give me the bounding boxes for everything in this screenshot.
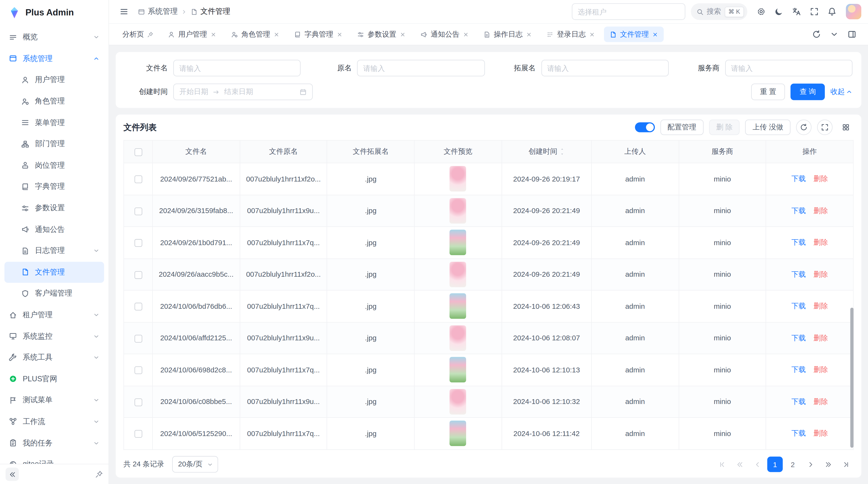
download-link[interactable]: 下载 <box>791 429 806 437</box>
sidebar-item-overview[interactable]: 概览 <box>4 27 104 48</box>
tab-file[interactable]: 文件管理 <box>604 27 664 42</box>
close-icon[interactable] <box>273 31 279 37</box>
content-layout-button[interactable] <box>844 26 860 43</box>
search-visibility-toggle[interactable] <box>635 122 655 132</box>
close-icon[interactable] <box>652 31 658 37</box>
tab-login-log[interactable]: 登录日志 <box>541 27 600 42</box>
upload-button[interactable]: 上传 没做 <box>745 120 790 135</box>
provider-input[interactable] <box>725 60 852 76</box>
download-link[interactable]: 下载 <box>791 302 806 310</box>
delete-link[interactable]: 删除 <box>813 270 828 278</box>
file-preview-thumbnail[interactable] <box>450 166 466 192</box>
delete-link[interactable]: 删除 <box>813 302 828 310</box>
row-checkbox[interactable] <box>134 271 142 279</box>
delete-link[interactable]: 删除 <box>813 206 828 215</box>
sidebar-item-notice[interactable]: 通知公告 <box>4 219 104 240</box>
collapse-search-link[interactable]: 收起 <box>830 87 852 97</box>
file-preview-thumbnail[interactable] <box>450 357 466 383</box>
file-preview-thumbnail[interactable] <box>450 325 466 351</box>
select-all-checkbox[interactable] <box>134 148 142 156</box>
breadcrumb-item-file[interactable]: 文件管理 <box>190 7 230 17</box>
sidebar-item-monitor[interactable]: 系统监控 <box>4 326 104 347</box>
close-icon[interactable] <box>210 31 216 37</box>
theme-button[interactable] <box>771 3 787 20</box>
reset-button[interactable]: 重 置 <box>751 84 785 100</box>
delete-link[interactable]: 删除 <box>813 174 828 183</box>
tab-analysis[interactable]: 分析页 <box>117 27 159 42</box>
row-checkbox[interactable] <box>134 207 142 215</box>
sidebar-item-file[interactable]: 文件管理 <box>4 261 104 283</box>
download-link[interactable]: 下载 <box>791 206 806 215</box>
download-link[interactable]: 下载 <box>791 174 806 183</box>
sidebar-item-dict[interactable]: 字典管理 <box>4 176 104 197</box>
pagination-page-2[interactable]: 2 <box>785 456 801 472</box>
delete-link[interactable]: 删除 <box>813 333 828 342</box>
close-icon[interactable] <box>463 31 469 37</box>
column-header[interactable]: 创建时间 <box>502 140 591 163</box>
file-preview-thumbnail[interactable] <box>450 421 466 446</box>
sidebar-item-test[interactable]: 测试菜单 <box>4 390 104 411</box>
sidebar-item-client[interactable]: 客户端管理 <box>4 283 104 304</box>
date-range-picker[interactable]: 开始日期 结束日期 <box>173 84 313 100</box>
extension-input[interactable] <box>541 60 669 76</box>
download-link[interactable]: 下载 <box>791 397 806 406</box>
filename-input[interactable] <box>173 60 301 76</box>
download-link[interactable]: 下载 <box>791 333 806 342</box>
download-link[interactable]: 下载 <box>791 238 806 246</box>
sidebar-item-menu[interactable]: 菜单管理 <box>4 112 104 133</box>
close-icon[interactable] <box>337 31 343 37</box>
sidebar-pin-icon[interactable] <box>95 471 103 478</box>
tab-op-log[interactable]: 操作日志 <box>478 27 537 42</box>
menu-toggle-button[interactable] <box>116 3 132 20</box>
breadcrumb-item-system[interactable]: 系统管理 <box>138 7 178 17</box>
pagination-next[interactable] <box>803 456 818 472</box>
page-size-select[interactable]: 20条/页 <box>172 456 218 473</box>
file-preview-thumbnail[interactable] <box>450 198 466 223</box>
row-checkbox[interactable] <box>134 430 142 438</box>
delete-link[interactable]: 删除 <box>813 397 828 406</box>
sidebar-item-tools[interactable]: 系统工具 <box>4 347 104 368</box>
sidebar-item-tenant[interactable]: 租户管理 <box>4 304 104 326</box>
close-icon[interactable] <box>526 31 532 37</box>
download-link[interactable]: 下载 <box>791 365 806 374</box>
refresh-tab-button[interactable] <box>808 26 825 43</box>
global-search[interactable]: 搜索 ⌘ K <box>690 3 747 20</box>
file-preview-thumbnail[interactable] <box>450 389 466 414</box>
sidebar-item-post[interactable]: 岗位管理 <box>4 155 104 176</box>
sort-carets[interactable] <box>560 148 565 156</box>
file-preview-thumbnail[interactable] <box>450 293 466 319</box>
close-icon[interactable] <box>589 31 595 37</box>
tab-notice[interactable]: 通知公告 <box>415 27 474 42</box>
tabs-more-button[interactable] <box>826 26 843 43</box>
file-preview-thumbnail[interactable] <box>450 230 466 255</box>
row-checkbox[interactable] <box>134 334 142 342</box>
avatar[interactable] <box>846 4 861 19</box>
locale-button[interactable] <box>788 3 805 20</box>
tab-role[interactable]: 角色管理 <box>225 27 285 42</box>
pagination-first[interactable] <box>714 456 730 472</box>
tenant-select[interactable] <box>572 3 685 20</box>
tab-param[interactable]: 参数设置 <box>351 27 411 42</box>
sidebar-item-user[interactable]: 用户管理 <box>4 69 104 91</box>
sidebar-item-task[interactable]: 我的任务 <box>4 432 104 454</box>
settings-button[interactable] <box>753 3 769 20</box>
close-icon[interactable] <box>400 31 406 37</box>
row-checkbox[interactable] <box>134 303 142 311</box>
delete-link[interactable]: 删除 <box>813 238 828 246</box>
row-checkbox[interactable] <box>134 366 142 374</box>
delete-link[interactable]: 删除 <box>813 429 828 437</box>
config-manage-button[interactable]: 配置管理 <box>660 120 703 135</box>
delete-button[interactable]: 删 除 <box>709 120 740 135</box>
file-preview-thumbnail[interactable] <box>450 261 466 287</box>
tab-user[interactable]: 用户管理 <box>162 27 222 42</box>
pagination-last[interactable] <box>838 456 854 472</box>
download-link[interactable]: 下载 <box>791 270 806 278</box>
pagination-prev[interactable] <box>750 456 765 472</box>
sidebar-item-dept[interactable]: 部门管理 <box>4 133 104 155</box>
pin-icon[interactable] <box>147 31 153 37</box>
row-checkbox[interactable] <box>134 175 142 183</box>
refresh-table-button[interactable] <box>796 120 812 135</box>
sidebar-item-role[interactable]: 角色管理 <box>4 91 104 112</box>
table-scrollbar-thumb[interactable] <box>850 308 854 448</box>
row-checkbox[interactable] <box>134 398 142 406</box>
